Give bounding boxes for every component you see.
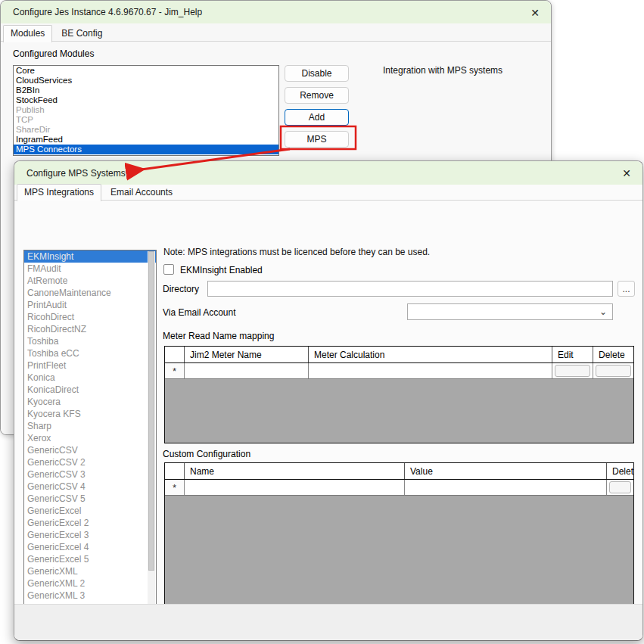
custom-value-cell[interactable] xyxy=(405,480,607,495)
front-window-close-button[interactable]: ✕ xyxy=(618,165,635,182)
remove-button[interactable]: Remove xyxy=(285,87,349,104)
tab-modules[interactable]: Modules xyxy=(3,25,52,42)
integration-item[interactable]: GenericCSV 4 xyxy=(24,481,156,493)
custom-grid-header-delete: Delete xyxy=(607,463,633,479)
new-row-marker: * xyxy=(165,363,185,378)
email-account-dropdown[interactable]: ⌄ xyxy=(407,303,613,320)
add-button[interactable]: Add xyxy=(285,109,349,126)
integration-item[interactable]: GenericExcel 3 xyxy=(24,529,156,541)
front-window-title: Configure MPS Systems xyxy=(26,168,126,179)
integration-item[interactable]: RicohDirectNZ xyxy=(24,323,156,335)
integration-item[interactable]: AtRemote xyxy=(24,275,156,287)
integrations-list[interactable]: EKMInsightFMAuditAtRemoteCanoneMaintenan… xyxy=(23,250,157,627)
meter-mapping-title: Meter Read Name mapping xyxy=(163,331,274,341)
directory-input[interactable] xyxy=(207,281,613,297)
tab-be-config[interactable]: BE Config xyxy=(54,25,110,42)
custom-grid-header-value: Value xyxy=(405,463,607,479)
delete-row-button[interactable] xyxy=(609,481,631,493)
module-item[interactable]: MPS Connectors xyxy=(14,145,278,154)
integration-item[interactable]: PrintFleet xyxy=(24,359,156,372)
close-icon: ✕ xyxy=(622,167,631,179)
delete-row-button[interactable] xyxy=(596,365,631,377)
integration-item[interactable]: CanoneMaintenance xyxy=(24,287,156,299)
module-item[interactable]: CloudServices xyxy=(14,76,278,86)
ekminsight-enabled-checkbox[interactable] xyxy=(163,264,174,275)
window-configure-mps-systems: Configure MPS Systems ✕ MPS Integrations… xyxy=(14,160,643,641)
integration-item[interactable]: GenericXML 3 xyxy=(24,590,156,602)
meter-name-cell[interactable] xyxy=(185,363,309,378)
close-icon: ✕ xyxy=(530,7,540,19)
custom-grid-header-selector xyxy=(165,463,185,479)
integration-item[interactable]: RicohDirect xyxy=(24,311,156,323)
integration-note-text: Integration with MPS systems xyxy=(383,65,502,76)
custom-grid-new-row: * xyxy=(165,480,633,496)
back-window-title: Configure Jes Instance 4.6.9670.67 - Jim… xyxy=(13,7,202,17)
module-item[interactable]: StockFeed xyxy=(14,95,278,105)
integration-item[interactable]: Konica xyxy=(24,372,156,384)
directory-label: Directory xyxy=(163,284,199,294)
integration-item[interactable]: GenericExcel 2 xyxy=(24,517,156,529)
meter-grid-header-jim2-meter-name: Jim2 Meter Name xyxy=(185,347,309,362)
mps-integrations-panel: EKMInsightFMAuditAtRemoteCanoneMaintenan… xyxy=(14,200,642,640)
integration-item[interactable]: Toshiba xyxy=(24,335,156,347)
integration-item[interactable]: GenericCSV 2 xyxy=(24,456,156,468)
module-item[interactable]: B2BIn xyxy=(14,86,278,95)
integration-item[interactable]: Toshiba eCC xyxy=(24,347,156,359)
custom-configuration-title: Custom Configuration xyxy=(163,449,250,459)
browse-button[interactable]: ... xyxy=(618,281,635,297)
scrollbar-thumb[interactable] xyxy=(148,251,154,571)
custom-grid-header: Name Value Delete xyxy=(165,463,633,480)
licence-note: Note: MPS integrations must be licenced … xyxy=(163,247,430,257)
integration-item[interactable]: KonicaDirect xyxy=(24,384,156,396)
meter-calculation-cell[interactable] xyxy=(309,363,552,378)
front-window-tabstrip: MPS Integrations Email Accounts xyxy=(14,185,642,201)
module-item[interactable]: TCP xyxy=(14,115,278,125)
integration-item[interactable]: FMAudit xyxy=(24,263,156,275)
integration-item[interactable]: GenericExcel 5 xyxy=(24,553,156,565)
integration-item[interactable]: GenericCSV xyxy=(24,444,156,456)
module-item[interactable]: Core xyxy=(14,66,278,76)
meter-grid-header-delete: Delete xyxy=(593,347,633,362)
via-email-account-label: Via Email Account xyxy=(163,307,236,318)
delete-cell xyxy=(607,480,633,495)
back-window-titlebar[interactable]: Configure Jes Instance 4.6.9670.67 - Jim… xyxy=(1,1,551,23)
integration-item[interactable]: GenericCSV 3 xyxy=(24,468,156,481)
meter-grid-header: Jim2 Meter Name Meter Calculation Edit D… xyxy=(165,347,633,363)
meter-mapping-grid: Jim2 Meter Name Meter Calculation Edit D… xyxy=(164,346,634,443)
integration-item[interactable]: GenericXML xyxy=(24,565,156,577)
integration-item[interactable]: EKMInsight xyxy=(24,250,156,263)
integration-item[interactable]: Xerox xyxy=(24,432,156,444)
integrations-scrollbar[interactable] xyxy=(148,251,155,627)
tab-mps-integrations[interactable]: MPS Integrations xyxy=(17,184,101,201)
configured-modules-label: Configured Modules xyxy=(13,48,94,59)
meter-grid-header-edit: Edit xyxy=(552,347,593,362)
disable-button[interactable]: Disable xyxy=(285,65,349,82)
integration-item[interactable]: GenericExcel 4 xyxy=(24,541,156,553)
edit-row-button[interactable] xyxy=(555,365,590,377)
module-item[interactable]: IngramFeed xyxy=(14,135,278,145)
module-item[interactable]: ShareDir xyxy=(14,125,278,135)
meter-grid-new-row: * xyxy=(165,363,633,379)
back-window-tabstrip: Modules BE Config xyxy=(1,23,551,42)
meter-grid-header-selector xyxy=(165,347,185,362)
module-item[interactable]: Publish xyxy=(14,105,278,115)
delete-cell xyxy=(593,363,633,378)
back-window-close-button[interactable]: ✕ xyxy=(527,5,543,21)
mps-button[interactable]: MPS xyxy=(285,131,349,148)
dialog-footer xyxy=(14,604,642,640)
ekminsight-enabled-label: EKMInsight Enabled xyxy=(180,265,263,275)
new-row-marker: * xyxy=(165,480,185,495)
integration-item[interactable]: GenericCSV 5 xyxy=(24,493,156,505)
integration-item[interactable]: GenericExcel xyxy=(24,505,156,517)
front-window-titlebar[interactable]: Configure MPS Systems xyxy=(14,161,642,185)
integration-item[interactable]: Kyocera KFS xyxy=(24,408,156,420)
custom-grid-header-name: Name xyxy=(185,463,405,479)
configured-modules-list[interactable]: CoreCloudServicesB2BInStockFeedPublishTC… xyxy=(13,65,279,156)
tab-email-accounts[interactable]: Email Accounts xyxy=(103,184,180,201)
integration-item[interactable]: Kyocera xyxy=(24,396,156,408)
integration-item[interactable]: PrintAudit xyxy=(24,299,156,311)
integration-item[interactable]: GenericXML 2 xyxy=(24,577,156,590)
integration-item[interactable]: Sharp xyxy=(24,420,156,432)
meter-grid-header-meter-calculation: Meter Calculation xyxy=(309,347,552,362)
custom-name-cell[interactable] xyxy=(185,480,405,495)
